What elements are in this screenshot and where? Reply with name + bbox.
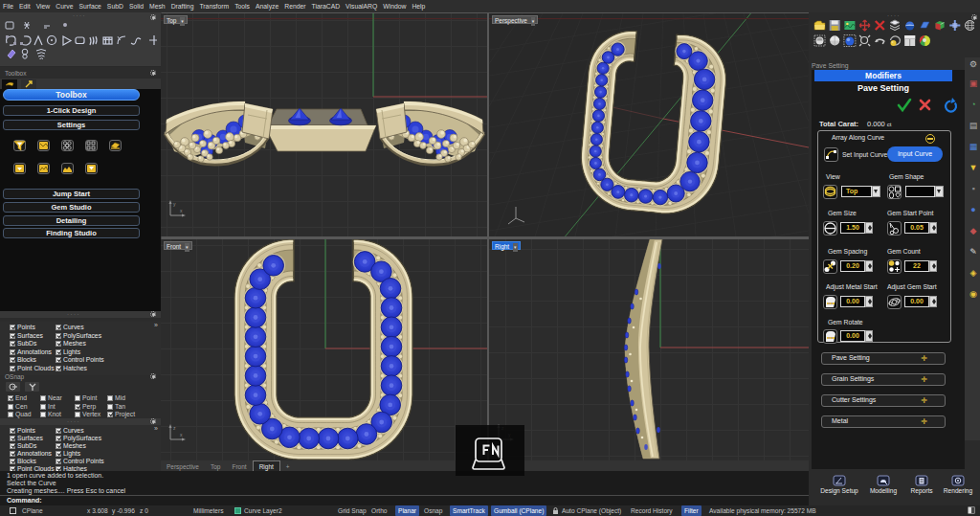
svg-text:▼: ▼ xyxy=(969,163,978,172)
svg-text:z: z xyxy=(173,425,176,431)
svg-text:◈: ◈ xyxy=(970,268,977,278)
svg-text:▤: ▤ xyxy=(969,121,978,130)
svg-text:x: x xyxy=(180,432,183,437)
svg-text:◔: ◔ xyxy=(970,100,975,109)
svg-text:◉: ◉ xyxy=(969,289,977,299)
svg-text:x: x xyxy=(180,208,183,213)
svg-text:●: ● xyxy=(970,205,975,214)
svg-text:◆: ◆ xyxy=(970,226,977,236)
svg-text:▪: ▪ xyxy=(971,184,974,193)
svg-text:▣: ▣ xyxy=(969,79,978,88)
svg-text:✎: ✎ xyxy=(969,247,977,257)
svg-text:▦: ▦ xyxy=(969,142,978,151)
svg-text:y: y xyxy=(173,201,176,207)
svg-text:⚙: ⚙ xyxy=(969,59,977,69)
